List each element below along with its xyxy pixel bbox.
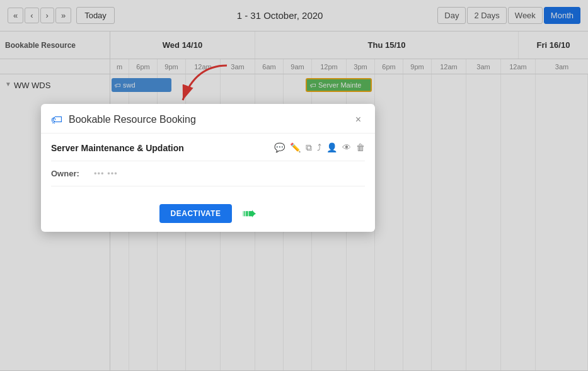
modal-event-name: Server Maintenance & Updation — [51, 143, 184, 153]
deactivate-button[interactable]: DEACTIVATE — [159, 204, 233, 223]
owner-label: Owner: — [51, 169, 89, 178]
modal-body: Server Maintenance & Updation 💬 ✏️ ⧉ ⤴ 👤… — [41, 134, 375, 195]
booking-modal: 🏷 Bookable Resource Booking × Server Mai… — [41, 104, 375, 232]
copy-action-icon[interactable]: ⧉ — [306, 142, 312, 153]
owner-value: ••• ••• — [94, 169, 118, 178]
modal-header: 🏷 Bookable Resource Booking × — [41, 104, 375, 134]
edit-action-icon[interactable]: ✏️ — [290, 142, 301, 153]
share-action-icon[interactable]: ⤴ — [317, 142, 321, 153]
modal-title: Bookable Resource Booking — [69, 114, 352, 125]
modal-footer: DEACTIVATE ➠ — [41, 195, 375, 232]
modal-actions: 💬 ✏️ ⧉ ⤴ 👤 👁 🗑 — [274, 142, 365, 153]
add-user-action-icon[interactable]: 👤 — [326, 142, 337, 153]
modal-event-row: Server Maintenance & Updation 💬 ✏️ ⧉ ⤴ 👤… — [51, 142, 365, 161]
modal-close-button[interactable]: × — [352, 113, 365, 127]
view-action-icon[interactable]: 👁 — [342, 142, 351, 153]
delete-action-icon[interactable]: 🗑 — [356, 142, 365, 153]
modal-overlay: 🏷 Bookable Resource Booking × Server Mai… — [0, 0, 588, 371]
modal-owner-row: Owner: ••• ••• — [51, 161, 365, 186]
modal-tag-icon: 🏷 — [51, 113, 62, 127]
comment-action-icon[interactable]: 💬 — [274, 142, 285, 153]
green-arrow-annotation: ➠ — [242, 205, 257, 222]
